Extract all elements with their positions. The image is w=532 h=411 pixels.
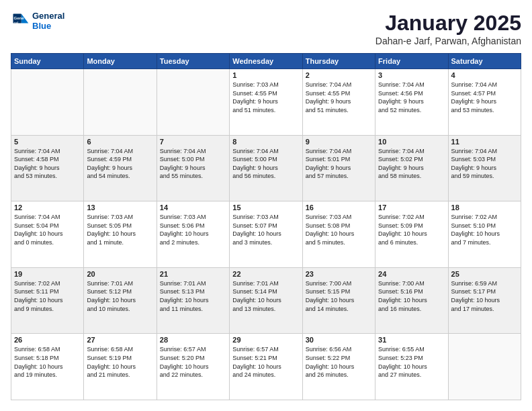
header: Gene ral General Blue January 2025 Dahan… <box>11 11 521 46</box>
day-number: 11 <box>451 138 518 146</box>
day-cell: 24Sunrise: 7:00 AM Sunset: 5:16 PM Dayli… <box>375 267 448 334</box>
day-info: Sunrise: 6:57 AM Sunset: 5:21 PM Dayligh… <box>232 345 299 379</box>
logo: Gene ral General Blue <box>11 11 64 31</box>
logo-line2: Blue <box>32 21 64 31</box>
day-number: 4 <box>451 71 518 79</box>
col-header-thursday: Thursday <box>302 54 375 69</box>
logo-text: General Blue <box>32 11 64 31</box>
day-number: 7 <box>160 138 226 146</box>
day-info: Sunrise: 7:04 AM Sunset: 4:59 PM Dayligh… <box>87 147 153 181</box>
col-header-monday: Monday <box>84 54 157 69</box>
day-info: Sunrise: 6:58 AM Sunset: 5:18 PM Dayligh… <box>14 345 81 379</box>
day-cell: 7Sunrise: 7:04 AM Sunset: 5:00 PM Daylig… <box>157 135 229 201</box>
day-info: Sunrise: 6:56 AM Sunset: 5:22 PM Dayligh… <box>306 345 372 379</box>
day-info: Sunrise: 7:03 AM Sunset: 5:05 PM Dayligh… <box>87 213 153 246</box>
day-cell: 23Sunrise: 7:00 AM Sunset: 5:15 PM Dayli… <box>302 267 375 334</box>
day-info: Sunrise: 7:01 AM Sunset: 5:13 PM Dayligh… <box>160 279 226 313</box>
col-header-friday: Friday <box>375 54 448 69</box>
day-cell: 5Sunrise: 7:04 AM Sunset: 4:58 PM Daylig… <box>11 135 84 201</box>
day-number: 31 <box>378 336 445 344</box>
day-cell: 16Sunrise: 7:03 AM Sunset: 5:08 PM Dayli… <box>302 201 375 268</box>
day-info: Sunrise: 6:59 AM Sunset: 5:17 PM Dayligh… <box>451 279 518 313</box>
day-number: 1 <box>232 71 299 79</box>
day-cell: 6Sunrise: 7:04 AM Sunset: 4:59 PM Daylig… <box>84 135 157 201</box>
day-cell: 18Sunrise: 7:02 AM Sunset: 5:10 PM Dayli… <box>448 201 521 268</box>
day-cell: 31Sunrise: 6:55 AM Sunset: 5:23 PM Dayli… <box>375 334 448 400</box>
col-header-tuesday: Tuesday <box>157 54 229 69</box>
day-info: Sunrise: 7:00 AM Sunset: 5:15 PM Dayligh… <box>306 279 372 313</box>
day-info: Sunrise: 7:03 AM Sunset: 5:08 PM Dayligh… <box>306 213 372 246</box>
day-cell: 9Sunrise: 7:04 AM Sunset: 5:01 PM Daylig… <box>302 135 375 201</box>
day-cell: 14Sunrise: 7:03 AM Sunset: 5:06 PM Dayli… <box>157 201 229 268</box>
day-number: 18 <box>451 203 518 212</box>
day-info: Sunrise: 7:04 AM Sunset: 5:00 PM Dayligh… <box>232 147 299 181</box>
day-info: Sunrise: 7:01 AM Sunset: 5:14 PM Dayligh… <box>232 279 299 313</box>
day-number: 17 <box>378 203 445 212</box>
day-cell: 2Sunrise: 7:04 AM Sunset: 4:55 PM Daylig… <box>302 69 375 136</box>
week-row-3: 12Sunrise: 7:04 AM Sunset: 5:04 PM Dayli… <box>11 201 521 268</box>
day-number: 29 <box>232 336 299 344</box>
svg-text:Gene: Gene <box>13 15 24 20</box>
day-cell: 21Sunrise: 7:01 AM Sunset: 5:13 PM Dayli… <box>157 267 229 334</box>
day-info: Sunrise: 6:58 AM Sunset: 5:19 PM Dayligh… <box>87 345 153 379</box>
day-info: Sunrise: 7:02 AM Sunset: 5:10 PM Dayligh… <box>451 213 518 246</box>
col-header-saturday: Saturday <box>448 54 521 69</box>
week-row-4: 19Sunrise: 7:02 AM Sunset: 5:11 PM Dayli… <box>11 267 521 334</box>
day-info: Sunrise: 7:02 AM Sunset: 5:09 PM Dayligh… <box>378 213 445 246</box>
week-row-2: 5Sunrise: 7:04 AM Sunset: 4:58 PM Daylig… <box>11 135 521 201</box>
day-number: 19 <box>14 270 81 278</box>
day-info: Sunrise: 7:03 AM Sunset: 5:06 PM Dayligh… <box>160 213 226 246</box>
day-number: 24 <box>378 270 445 278</box>
day-cell: 27Sunrise: 6:58 AM Sunset: 5:19 PM Dayli… <box>84 334 157 400</box>
day-info: Sunrise: 7:04 AM Sunset: 5:02 PM Dayligh… <box>378 147 445 181</box>
day-info: Sunrise: 7:04 AM Sunset: 4:58 PM Dayligh… <box>14 147 81 181</box>
day-cell: 12Sunrise: 7:04 AM Sunset: 5:04 PM Dayli… <box>11 201 84 268</box>
day-number: 23 <box>306 270 372 278</box>
day-cell: 10Sunrise: 7:04 AM Sunset: 5:02 PM Dayli… <box>375 135 448 201</box>
day-number: 28 <box>160 336 226 344</box>
day-cell: 3Sunrise: 7:04 AM Sunset: 4:56 PM Daylig… <box>375 69 448 136</box>
day-info: Sunrise: 7:01 AM Sunset: 5:12 PM Dayligh… <box>87 279 153 313</box>
day-number: 20 <box>87 270 153 278</box>
week-row-1: 1Sunrise: 7:03 AM Sunset: 4:55 PM Daylig… <box>11 69 521 136</box>
day-cell: 25Sunrise: 6:59 AM Sunset: 5:17 PM Dayli… <box>448 267 521 334</box>
calendar-subtitle: Dahan-e Jarf, Parwan, Afghanistan <box>375 36 521 46</box>
day-cell: 4Sunrise: 7:04 AM Sunset: 4:57 PM Daylig… <box>448 69 521 136</box>
day-number: 26 <box>14 336 81 344</box>
day-number: 10 <box>378 138 445 146</box>
day-number: 2 <box>306 71 372 79</box>
day-cell <box>448 334 521 400</box>
col-header-sunday: Sunday <box>11 54 84 69</box>
day-info: Sunrise: 6:57 AM Sunset: 5:20 PM Dayligh… <box>160 345 226 379</box>
day-info: Sunrise: 7:02 AM Sunset: 5:11 PM Dayligh… <box>14 279 81 313</box>
day-info: Sunrise: 7:04 AM Sunset: 5:04 PM Dayligh… <box>14 213 81 246</box>
day-number: 16 <box>306 203 372 212</box>
day-number: 9 <box>306 138 372 146</box>
calendar-table: SundayMondayTuesdayWednesdayThursdayFrid… <box>11 53 521 400</box>
day-number: 12 <box>14 203 81 212</box>
day-cell: 19Sunrise: 7:02 AM Sunset: 5:11 PM Dayli… <box>11 267 84 334</box>
day-cell: 8Sunrise: 7:04 AM Sunset: 5:00 PM Daylig… <box>230 135 302 201</box>
svg-text:ral: ral <box>13 20 18 25</box>
day-cell: 29Sunrise: 6:57 AM Sunset: 5:21 PM Dayli… <box>230 334 302 400</box>
day-number: 5 <box>14 138 81 146</box>
day-cell: 20Sunrise: 7:01 AM Sunset: 5:12 PM Dayli… <box>84 267 157 334</box>
day-cell: 22Sunrise: 7:01 AM Sunset: 5:14 PM Dayli… <box>230 267 302 334</box>
day-cell: 15Sunrise: 7:03 AM Sunset: 5:07 PM Dayli… <box>230 201 302 268</box>
day-number: 22 <box>232 270 299 278</box>
day-info: Sunrise: 7:03 AM Sunset: 4:55 PM Dayligh… <box>232 81 299 114</box>
day-cell <box>11 69 84 136</box>
day-number: 15 <box>232 203 299 212</box>
day-cell: 30Sunrise: 6:56 AM Sunset: 5:22 PM Dayli… <box>302 334 375 400</box>
day-info: Sunrise: 6:55 AM Sunset: 5:23 PM Dayligh… <box>378 345 445 379</box>
day-number: 13 <box>87 203 153 212</box>
page: Gene ral General Blue January 2025 Dahan… <box>0 0 532 411</box>
day-cell: 17Sunrise: 7:02 AM Sunset: 5:09 PM Dayli… <box>375 201 448 268</box>
day-number: 21 <box>160 270 226 278</box>
title-block: January 2025 Dahan-e Jarf, Parwan, Afgha… <box>375 11 521 46</box>
week-row-5: 26Sunrise: 6:58 AM Sunset: 5:18 PM Dayli… <box>11 334 521 400</box>
day-number: 8 <box>232 138 299 146</box>
day-info: Sunrise: 7:04 AM Sunset: 5:00 PM Dayligh… <box>160 147 226 181</box>
day-cell <box>157 69 229 136</box>
day-info: Sunrise: 7:04 AM Sunset: 4:56 PM Dayligh… <box>378 81 445 114</box>
